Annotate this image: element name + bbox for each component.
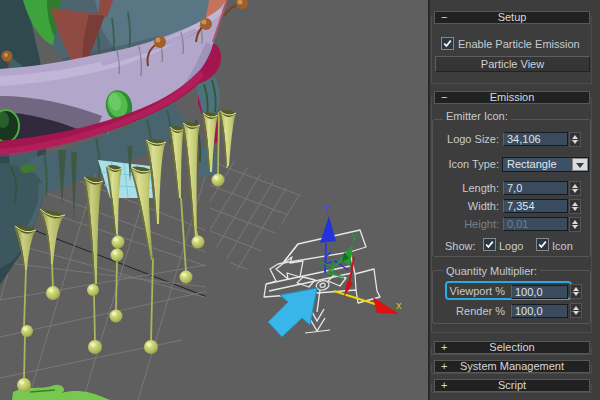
svg-text:z: z (324, 202, 330, 214)
svg-text:y: y (352, 230, 358, 242)
svg-text:x: x (396, 299, 402, 311)
